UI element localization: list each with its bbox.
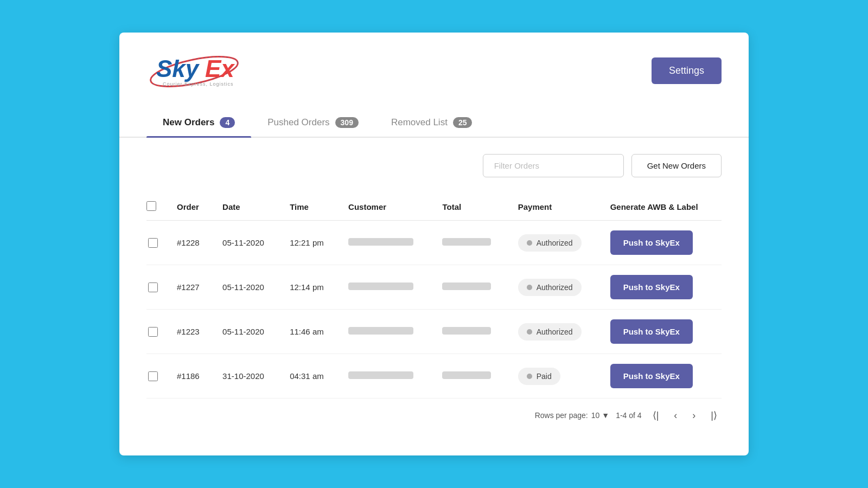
svg-text:Ex: Ex: [205, 55, 235, 82]
row-payment: Authorized: [509, 221, 602, 265]
row-payment: Paid: [509, 354, 602, 399]
pagination-prev-button[interactable]: ‹: [669, 408, 681, 423]
tabs-nav: New Orders 4 Pushed Orders 309 Removed L…: [119, 108, 749, 138]
th-time: Time: [281, 194, 340, 221]
logo-svg: Sky Ex Courier Express, Logistics: [146, 49, 255, 92]
orders-table: Order Date Time Customer Total Payment G…: [146, 194, 722, 399]
tab-pushed-orders-label: Pushed Orders: [267, 117, 329, 128]
customer-blurred: [348, 238, 413, 246]
th-order: Order: [168, 194, 214, 221]
toolbar: Get New Orders: [146, 154, 722, 177]
pagination-first-button[interactable]: ⟨|: [648, 407, 663, 423]
chevron-down-icon: ▼: [602, 411, 609, 420]
row-time: 12:21 pm: [281, 221, 340, 265]
row-order-number: #1223: [168, 310, 214, 354]
row-total: [433, 221, 509, 265]
customer-blurred: [348, 371, 413, 379]
table-row: #1227 05-11-2020 12:14 pm Authorized Pus…: [146, 265, 722, 310]
logo-area: Sky Ex Courier Express, Logistics: [146, 49, 255, 92]
pagination-next-button[interactable]: ›: [688, 408, 700, 423]
skyex-logo-svg: Sky Ex Courier Express, Logistics: [146, 49, 255, 92]
svg-text:Sky: Sky: [156, 55, 200, 82]
tab-removed-list[interactable]: Removed List 25: [375, 108, 489, 137]
row-checkbox-0[interactable]: [148, 238, 158, 248]
total-blurred: [442, 238, 491, 246]
row-order-number: #1228: [168, 221, 214, 265]
payment-status-text: Authorized: [537, 328, 573, 336]
total-blurred: [442, 371, 491, 379]
tab-new-orders-label: New Orders: [163, 117, 214, 128]
push-to-skyex-button[interactable]: Push to SkyEx: [610, 319, 693, 344]
row-date: 05-11-2020: [214, 265, 281, 310]
row-time: 12:14 pm: [281, 265, 340, 310]
row-customer: [340, 221, 433, 265]
table-row: #1223 05-11-2020 11:46 am Authorized Pus…: [146, 310, 722, 354]
row-push-action: Push to SkyEx: [602, 354, 722, 399]
filter-orders-input[interactable]: [483, 154, 624, 177]
settings-button[interactable]: Settings: [652, 57, 722, 84]
tab-removed-list-badge: 25: [453, 117, 473, 128]
tab-removed-list-label: Removed List: [391, 117, 448, 128]
rows-per-page-value: 10: [591, 411, 600, 420]
table-row: #1186 31-10-2020 04:31 am Paid Push to S…: [146, 354, 722, 399]
row-date: 05-11-2020: [214, 310, 281, 354]
tab-new-orders-badge: 4: [220, 117, 235, 128]
row-checkbox-cell: [146, 221, 168, 265]
row-total: [433, 354, 509, 399]
row-checkbox-cell: [146, 265, 168, 310]
main-container: Sky Ex Courier Express, Logistics Settin…: [119, 33, 749, 455]
customer-blurred: [348, 327, 413, 335]
row-date: 31-10-2020: [214, 354, 281, 399]
table-row: #1228 05-11-2020 12:21 pm Authorized Pus…: [146, 221, 722, 265]
payment-badge: Authorized: [518, 323, 582, 341]
payment-badge: Authorized: [518, 234, 582, 252]
pagination-range: 1-4 of 4: [616, 411, 641, 420]
row-push-action: Push to SkyEx: [602, 265, 722, 310]
row-checkbox-1[interactable]: [148, 282, 158, 292]
payment-status-text: Authorized: [537, 283, 573, 292]
row-time: 04:31 am: [281, 354, 340, 399]
push-to-skyex-button[interactable]: Push to SkyEx: [610, 364, 693, 388]
row-total: [433, 310, 509, 354]
payment-badge: Paid: [518, 368, 560, 385]
th-total: Total: [433, 194, 509, 221]
row-order-number: #1186: [168, 354, 214, 399]
get-new-orders-button[interactable]: Get New Orders: [631, 154, 722, 177]
row-customer: [340, 354, 433, 399]
row-checkbox-cell: [146, 354, 168, 399]
tab-pushed-orders-badge: 309: [335, 117, 359, 128]
payment-status-dot: [527, 329, 532, 335]
row-customer: [340, 265, 433, 310]
select-all-checkbox[interactable]: [146, 201, 156, 211]
th-date: Date: [214, 194, 281, 221]
push-to-skyex-button[interactable]: Push to SkyEx: [610, 230, 693, 255]
row-checkbox-2[interactable]: [148, 327, 158, 337]
th-customer: Customer: [340, 194, 433, 221]
row-push-action: Push to SkyEx: [602, 310, 722, 354]
content-area: Get New Orders Order Date Time Customer …: [119, 138, 749, 444]
header: Sky Ex Courier Express, Logistics Settin…: [119, 33, 749, 103]
pagination-last-button[interactable]: |⟩: [706, 407, 722, 423]
payment-status-text: Authorized: [537, 239, 573, 247]
row-customer: [340, 310, 433, 354]
rows-per-page-select[interactable]: 10 ▼: [591, 411, 609, 420]
th-generate-awb: Generate AWB & Label: [602, 194, 722, 221]
payment-status-dot: [527, 374, 532, 379]
rows-per-page-label: Rows per page:: [535, 411, 588, 420]
push-to-skyex-button[interactable]: Push to SkyEx: [610, 275, 693, 299]
table-header-row: Order Date Time Customer Total Payment G…: [146, 194, 722, 221]
tab-pushed-orders[interactable]: Pushed Orders 309: [251, 108, 375, 137]
svg-text:Courier Express, Logistics: Courier Express, Logistics: [163, 81, 234, 87]
rows-per-page: Rows per page: 10 ▼: [535, 411, 610, 420]
row-payment: Authorized: [509, 310, 602, 354]
row-push-action: Push to SkyEx: [602, 221, 722, 265]
tab-new-orders[interactable]: New Orders 4: [146, 108, 251, 137]
payment-status-dot: [527, 285, 532, 290]
total-blurred: [442, 327, 491, 335]
payment-status-dot: [527, 240, 532, 246]
row-checkbox-3[interactable]: [148, 371, 158, 381]
row-checkbox-cell: [146, 310, 168, 354]
row-order-number: #1227: [168, 265, 214, 310]
row-total: [433, 265, 509, 310]
row-payment: Authorized: [509, 265, 602, 310]
